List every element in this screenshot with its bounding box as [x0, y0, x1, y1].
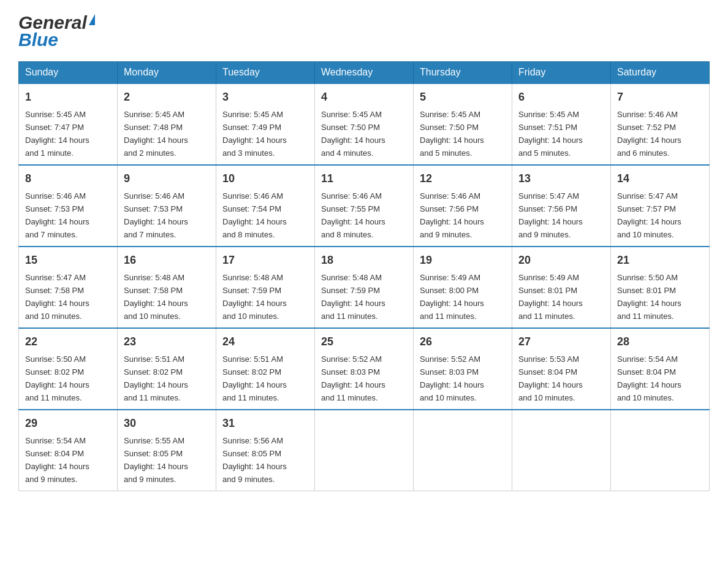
day-header-tuesday: Tuesday: [216, 62, 315, 84]
day-number: 1: [25, 89, 111, 105]
day-number: 2: [124, 89, 210, 105]
day-number: 31: [222, 415, 308, 432]
week-row-1: 1 Sunrise: 5:45 AMSunset: 7:47 PMDayligh…: [19, 83, 710, 165]
week-row-2: 8 Sunrise: 5:46 AMSunset: 7:53 PMDayligh…: [19, 165, 710, 247]
day-info: Sunrise: 5:54 AMSunset: 8:04 PMDaylight:…: [25, 436, 89, 484]
day-header-friday: Friday: [512, 62, 611, 84]
day-number: 14: [617, 170, 703, 187]
day-info: Sunrise: 5:47 AMSunset: 7:57 PMDaylight:…: [617, 191, 681, 239]
day-number: 6: [518, 89, 604, 105]
day-info: Sunrise: 5:46 AMSunset: 7:55 PMDaylight:…: [321, 191, 385, 239]
day-number: 23: [124, 334, 210, 350]
logo-blue-text: Blue: [18, 29, 58, 50]
calendar-day: 10 Sunrise: 5:46 AMSunset: 7:54 PMDaylig…: [216, 165, 315, 247]
calendar-day: 16 Sunrise: 5:48 AMSunset: 7:58 PMDaylig…: [118, 247, 216, 328]
day-number: 15: [25, 252, 111, 269]
day-info: Sunrise: 5:45 AMSunset: 7:49 PMDaylight:…: [222, 110, 287, 158]
calendar-day: 5 Sunrise: 5:45 AMSunset: 7:50 PMDayligh…: [414, 83, 512, 165]
day-info: Sunrise: 5:47 AMSunset: 7:56 PMDaylight:…: [518, 191, 583, 239]
day-info: Sunrise: 5:46 AMSunset: 7:53 PMDaylight:…: [25, 191, 89, 239]
day-number: 21: [617, 252, 703, 269]
day-info: Sunrise: 5:51 AMSunset: 8:02 PMDaylight:…: [124, 354, 188, 402]
day-info: Sunrise: 5:53 AMSunset: 8:04 PMDaylight:…: [518, 354, 583, 402]
calendar-day: 4 Sunrise: 5:45 AMSunset: 7:50 PMDayligh…: [315, 83, 414, 165]
calendar-day: 21 Sunrise: 5:50 AMSunset: 8:01 PMDaylig…: [611, 247, 710, 328]
calendar-day: 6 Sunrise: 5:45 AMSunset: 7:51 PMDayligh…: [512, 83, 611, 165]
day-info: Sunrise: 5:48 AMSunset: 7:59 PMDaylight:…: [321, 273, 385, 321]
day-number: 16: [124, 252, 210, 269]
calendar-day: 19 Sunrise: 5:49 AMSunset: 8:00 PMDaylig…: [414, 247, 512, 328]
calendar-day: 22 Sunrise: 5:50 AMSunset: 8:02 PMDaylig…: [19, 328, 118, 410]
week-row-4: 22 Sunrise: 5:50 AMSunset: 8:02 PMDaylig…: [19, 328, 710, 410]
day-number: 9: [124, 170, 210, 187]
day-header-sunday: Sunday: [19, 62, 118, 84]
day-number: 30: [124, 415, 210, 432]
day-header-wednesday: Wednesday: [315, 62, 414, 84]
calendar-day: 14 Sunrise: 5:47 AMSunset: 7:57 PMDaylig…: [611, 165, 710, 247]
day-header-monday: Monday: [118, 62, 216, 84]
day-info: Sunrise: 5:52 AMSunset: 8:03 PMDaylight:…: [321, 354, 385, 402]
day-number: 3: [222, 89, 308, 105]
day-number: 11: [321, 170, 407, 187]
calendar-day: 31 Sunrise: 5:56 AMSunset: 8:05 PMDaylig…: [216, 410, 315, 491]
calendar-day: 26 Sunrise: 5:52 AMSunset: 8:03 PMDaylig…: [414, 328, 512, 410]
calendar-day: 9 Sunrise: 5:46 AMSunset: 7:53 PMDayligh…: [118, 165, 216, 247]
calendar-day: 17 Sunrise: 5:48 AMSunset: 7:59 PMDaylig…: [216, 247, 315, 328]
calendar-day: 12 Sunrise: 5:46 AMSunset: 7:56 PMDaylig…: [414, 165, 512, 247]
day-info: Sunrise: 5:47 AMSunset: 7:58 PMDaylight:…: [25, 273, 89, 321]
day-info: Sunrise: 5:46 AMSunset: 7:53 PMDaylight:…: [124, 191, 188, 239]
calendar-day: [512, 410, 611, 491]
day-info: Sunrise: 5:45 AMSunset: 7:51 PMDaylight:…: [518, 110, 583, 158]
day-info: Sunrise: 5:45 AMSunset: 7:50 PMDaylight:…: [321, 110, 385, 158]
day-header-saturday: Saturday: [611, 62, 710, 84]
calendar-day: 18 Sunrise: 5:48 AMSunset: 7:59 PMDaylig…: [315, 247, 414, 328]
calendar-day: [611, 410, 710, 491]
day-number: 25: [321, 334, 407, 350]
day-info: Sunrise: 5:56 AMSunset: 8:05 PMDaylight:…: [222, 436, 287, 484]
day-info: Sunrise: 5:48 AMSunset: 7:59 PMDaylight:…: [222, 273, 287, 321]
calendar-day: 27 Sunrise: 5:53 AMSunset: 8:04 PMDaylig…: [512, 328, 611, 410]
calendar-day: 28 Sunrise: 5:54 AMSunset: 8:04 PMDaylig…: [611, 328, 710, 410]
calendar-table: SundayMondayTuesdayWednesdayThursdayFrid…: [18, 61, 710, 491]
day-number: 12: [420, 170, 506, 187]
day-number: 10: [222, 170, 308, 187]
day-number: 20: [518, 252, 604, 269]
calendar-day: 25 Sunrise: 5:52 AMSunset: 8:03 PMDaylig…: [315, 328, 414, 410]
calendar-day: 30 Sunrise: 5:55 AMSunset: 8:05 PMDaylig…: [118, 410, 216, 491]
day-number: 28: [617, 334, 703, 350]
day-number: 29: [25, 415, 111, 432]
day-info: Sunrise: 5:45 AMSunset: 7:50 PMDaylight:…: [420, 110, 484, 158]
day-info: Sunrise: 5:50 AMSunset: 8:01 PMDaylight:…: [617, 273, 681, 321]
calendar-day: 13 Sunrise: 5:47 AMSunset: 7:56 PMDaylig…: [512, 165, 611, 247]
week-row-5: 29 Sunrise: 5:54 AMSunset: 8:04 PMDaylig…: [19, 410, 710, 491]
day-number: 17: [222, 252, 308, 269]
page-header: General Blue: [18, 12, 710, 50]
day-info: Sunrise: 5:54 AMSunset: 8:04 PMDaylight:…: [617, 354, 681, 402]
calendar-day: [315, 410, 414, 491]
calendar-header-row: SundayMondayTuesdayWednesdayThursdayFrid…: [19, 62, 710, 84]
day-number: 22: [25, 334, 111, 350]
logo: General Blue: [18, 12, 95, 50]
day-number: 7: [617, 89, 703, 105]
calendar-day: 23 Sunrise: 5:51 AMSunset: 8:02 PMDaylig…: [118, 328, 216, 410]
day-info: Sunrise: 5:49 AMSunset: 8:01 PMDaylight:…: [518, 273, 583, 321]
calendar-day: 1 Sunrise: 5:45 AMSunset: 7:47 PMDayligh…: [19, 83, 118, 165]
day-number: 26: [420, 334, 506, 350]
calendar-day: 8 Sunrise: 5:46 AMSunset: 7:53 PMDayligh…: [19, 165, 118, 247]
day-number: 5: [420, 89, 506, 105]
day-number: 18: [321, 252, 407, 269]
day-info: Sunrise: 5:45 AMSunset: 7:48 PMDaylight:…: [124, 110, 188, 158]
day-info: Sunrise: 5:52 AMSunset: 8:03 PMDaylight:…: [420, 354, 484, 402]
day-info: Sunrise: 5:48 AMSunset: 7:58 PMDaylight:…: [124, 273, 188, 321]
day-info: Sunrise: 5:46 AMSunset: 7:52 PMDaylight:…: [617, 110, 681, 158]
calendar-day: 11 Sunrise: 5:46 AMSunset: 7:55 PMDaylig…: [315, 165, 414, 247]
day-info: Sunrise: 5:49 AMSunset: 8:00 PMDaylight:…: [420, 273, 484, 321]
day-info: Sunrise: 5:51 AMSunset: 8:02 PMDaylight:…: [222, 354, 287, 402]
day-number: 4: [321, 89, 407, 105]
calendar-day: 2 Sunrise: 5:45 AMSunset: 7:48 PMDayligh…: [118, 83, 216, 165]
day-info: Sunrise: 5:46 AMSunset: 7:56 PMDaylight:…: [420, 191, 484, 239]
calendar-day: 15 Sunrise: 5:47 AMSunset: 7:58 PMDaylig…: [19, 247, 118, 328]
day-number: 8: [25, 170, 111, 187]
day-info: Sunrise: 5:45 AMSunset: 7:47 PMDaylight:…: [25, 110, 89, 158]
day-header-thursday: Thursday: [414, 62, 512, 84]
